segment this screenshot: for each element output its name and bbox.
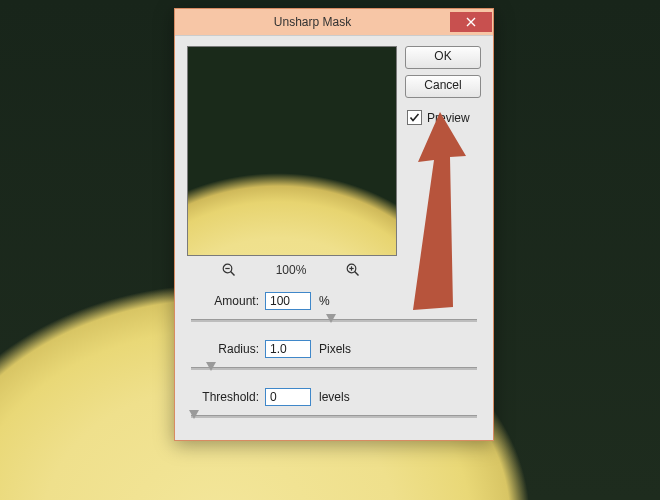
threshold-slider-track <box>191 415 477 418</box>
preview-checkbox-label: Preview <box>427 111 470 125</box>
threshold-label: Threshold: <box>187 390 265 404</box>
zoom-in-icon <box>346 263 360 277</box>
close-button[interactable] <box>450 12 492 32</box>
radius-slider-thumb[interactable] <box>206 362 216 371</box>
amount-input[interactable] <box>265 292 311 310</box>
cancel-button[interactable]: Cancel <box>405 75 481 98</box>
ok-button[interactable]: OK <box>405 46 481 69</box>
zoom-in-button[interactable] <box>345 262 361 278</box>
preview-image[interactable] <box>187 46 397 256</box>
checkmark-icon <box>409 112 420 123</box>
zoom-level: 100% <box>269 263 313 277</box>
svg-line-1 <box>231 272 235 276</box>
dialog-title: Unsharp Mask <box>175 15 450 29</box>
dialog-body: 100% OK Cancel <box>175 35 493 440</box>
radius-slider[interactable] <box>191 360 477 376</box>
threshold-slider-thumb[interactable] <box>189 410 199 419</box>
svg-line-4 <box>355 272 359 276</box>
amount-unit: % <box>319 294 330 308</box>
amount-label: Amount: <box>187 294 265 308</box>
titlebar[interactable]: Unsharp Mask <box>175 9 493 35</box>
preview-checkbox[interactable] <box>407 110 422 125</box>
amount-slider[interactable] <box>191 312 477 328</box>
zoom-out-icon <box>222 263 236 277</box>
threshold-unit: levels <box>319 390 350 404</box>
close-icon <box>466 17 476 27</box>
preview-image-content <box>188 47 396 255</box>
radius-label: Radius: <box>187 342 265 356</box>
radius-input[interactable] <box>265 340 311 358</box>
threshold-slider[interactable] <box>191 408 477 424</box>
radius-unit: Pixels <box>319 342 351 356</box>
unsharp-mask-dialog: Unsharp Mask <box>174 8 494 441</box>
threshold-input[interactable] <box>265 388 311 406</box>
amount-slider-thumb[interactable] <box>326 314 336 323</box>
zoom-out-button[interactable] <box>221 262 237 278</box>
radius-slider-track <box>191 367 477 370</box>
preview-checkbox-row[interactable]: Preview <box>407 110 481 125</box>
